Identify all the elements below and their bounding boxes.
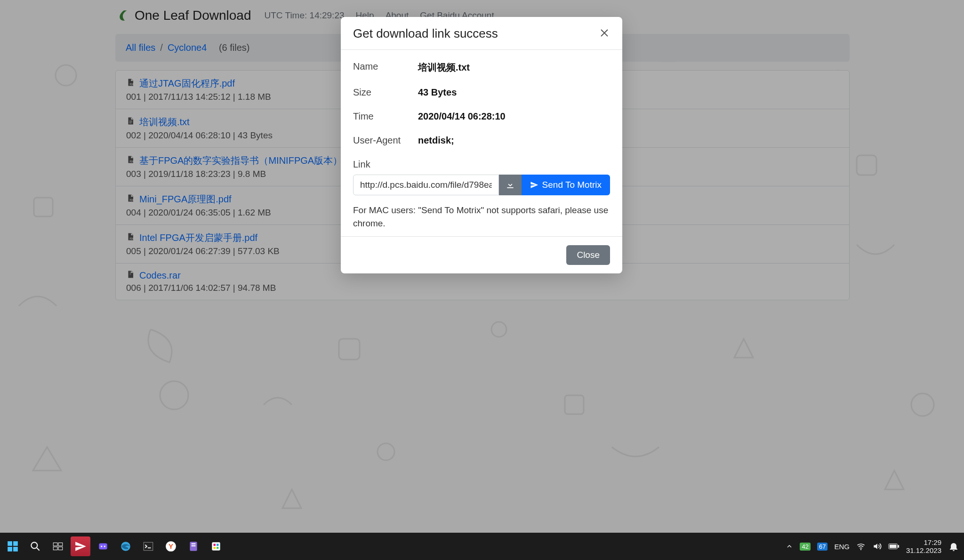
- battery-icon[interactable]: [888, 543, 900, 550]
- download-button[interactable]: [499, 175, 522, 195]
- svg-point-30: [101, 545, 102, 547]
- taskbar-app-2[interactable]: [93, 536, 113, 556]
- download-link-modal: Get download link success Name培训视频.txt S…: [341, 17, 622, 273]
- modal-footer: Close: [341, 236, 622, 273]
- svg-rect-43: [217, 547, 218, 549]
- download-icon: [506, 180, 515, 190]
- modal-body: Name培训视频.txt Size43 Bytes Time2020/04/14…: [341, 50, 622, 236]
- svg-text:Y: Y: [169, 542, 173, 550]
- svg-rect-47: [890, 544, 897, 548]
- label-time: Time: [353, 111, 418, 122]
- windows-taskbar: Y 42 67 ENG 17:29 31.12.2023: [0, 533, 964, 560]
- value-useragent: netdisk;: [418, 135, 454, 146]
- value-time: 2020/04/14 06:28:10: [418, 111, 506, 122]
- svg-rect-26: [58, 543, 63, 546]
- paper-plane-icon: [530, 181, 538, 189]
- svg-rect-33: [144, 542, 153, 550]
- close-icon[interactable]: [599, 27, 610, 40]
- svg-rect-40: [214, 544, 216, 546]
- svg-point-24: [31, 542, 37, 548]
- svg-rect-37: [192, 544, 196, 544]
- svg-rect-27: [53, 547, 57, 550]
- label-useragent: User-Agent: [353, 135, 418, 146]
- taskbar-app-4[interactable]: [206, 536, 226, 556]
- svg-rect-29: [99, 544, 107, 550]
- svg-point-44: [860, 549, 862, 550]
- taskbar-app-3[interactable]: [184, 536, 203, 556]
- svg-rect-39: [212, 542, 220, 550]
- tray-language[interactable]: ENG: [834, 543, 850, 551]
- svg-rect-46: [898, 545, 899, 548]
- wifi-icon[interactable]: [856, 542, 866, 551]
- taskbar-left: Y: [0, 536, 226, 556]
- start-button[interactable]: [3, 536, 23, 556]
- download-link-input[interactable]: [353, 175, 499, 195]
- label-size: Size: [353, 87, 418, 98]
- svg-rect-38: [192, 545, 196, 546]
- svg-rect-22: [8, 547, 12, 552]
- value-name: 培训视频.txt: [418, 61, 470, 74]
- taskbar-edge[interactable]: [116, 536, 136, 556]
- svg-point-31: [104, 545, 105, 547]
- svg-rect-25: [53, 543, 57, 546]
- tray-badge-green[interactable]: 42: [800, 543, 810, 551]
- volume-icon[interactable]: [872, 542, 882, 551]
- search-icon[interactable]: [25, 536, 45, 556]
- svg-rect-42: [214, 547, 216, 549]
- svg-rect-20: [8, 541, 12, 546]
- svg-rect-23: [13, 547, 18, 552]
- value-size: 43 Bytes: [418, 87, 457, 98]
- modal-header: Get download link success: [341, 17, 622, 50]
- label-link: Link: [353, 152, 610, 175]
- taskbar-app-1[interactable]: [71, 536, 90, 556]
- tray-clock[interactable]: 17:29 31.12.2023: [906, 538, 941, 555]
- task-view-icon[interactable]: [48, 536, 68, 556]
- modal-title: Get download link success: [353, 26, 498, 41]
- tray-badge-blue[interactable]: 67: [817, 543, 827, 551]
- taskbar-right: 42 67 ENG 17:29 31.12.2023: [786, 538, 964, 555]
- svg-rect-28: [58, 547, 63, 550]
- link-input-group: Send To Motrix: [353, 175, 610, 195]
- svg-rect-41: [217, 544, 218, 546]
- chevron-up-icon[interactable]: [786, 543, 793, 550]
- taskbar-terminal[interactable]: [138, 536, 158, 556]
- mac-note: For MAC users: "Send To Motrix" not supp…: [353, 204, 610, 230]
- svg-rect-21: [13, 541, 18, 546]
- label-name: Name: [353, 61, 418, 74]
- send-to-motrix-button[interactable]: Send To Motrix: [522, 175, 610, 195]
- close-button[interactable]: Close: [566, 245, 610, 265]
- taskbar-yandex[interactable]: Y: [161, 536, 181, 556]
- notifications-icon[interactable]: [948, 541, 959, 552]
